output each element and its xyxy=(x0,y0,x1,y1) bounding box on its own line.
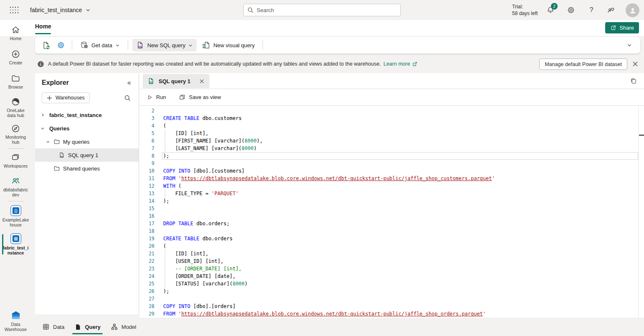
svg-text:SQL: SQL xyxy=(138,46,143,48)
tab-sql-query-1[interactable]: SQL SQL query 1 xyxy=(143,74,210,88)
sql-code-editor[interactable]: 23CREATE TABLE dbo.customers4(5 [ID] [in… xyxy=(139,106,644,318)
save-as-view-button[interactable]: Save as view xyxy=(179,94,221,101)
run-button[interactable]: Run xyxy=(147,94,166,100)
code-line-10[interactable]: 10COPY INTO [dbo].[customers] xyxy=(139,167,644,175)
chevron-down-icon xyxy=(40,126,45,130)
new-sql-query-button[interactable]: SQL New SQL query xyxy=(132,39,197,51)
code-line-24[interactable]: 24 [ORDER_DATE] [date], xyxy=(139,272,644,280)
search-input[interactable] xyxy=(257,7,397,13)
code-line-7[interactable]: 7 [LAST_NAME] [varchar](8000) xyxy=(139,145,644,152)
code-line-29[interactable]: 29FROM 'https://dbtlabsynapsedatalake.bl… xyxy=(139,310,644,318)
code-line-9[interactable]: 9 xyxy=(139,160,644,167)
code-line-4[interactable]: 4( xyxy=(139,122,644,130)
line-number: 7 xyxy=(139,145,154,152)
account-avatar[interactable] xyxy=(626,3,639,17)
feedback-button[interactable] xyxy=(606,5,615,15)
tree-item-sql-query-1[interactable]: SQL SQL query 1 xyxy=(35,148,139,162)
nav-workspace-dbtlabsfabricdev[interactable]: dbtlabsfabricdev xyxy=(0,176,31,197)
svg-text:SQL: SQL xyxy=(149,81,154,84)
line-number: 15 xyxy=(139,205,154,212)
nav-workspaces[interactable]: Workspaces xyxy=(0,153,31,168)
nav-browse[interactable]: Browse xyxy=(0,74,31,89)
code-line-28[interactable]: 28COPY INTO [dbo].[orders] xyxy=(139,303,644,310)
code-line-22[interactable]: 22 [USER_ID] [int], xyxy=(139,257,644,265)
explorer-search-icon[interactable] xyxy=(124,94,131,102)
code-line-27[interactable]: 27 xyxy=(139,295,644,303)
code-line-19[interactable]: 19CREATE TABLE dbo.orders xyxy=(139,235,644,242)
tree-item-queries[interactable]: Queries xyxy=(35,122,139,135)
nav-create[interactable]: Create xyxy=(0,49,31,65)
explorer-panel: Explorer « Warehouses fabric_test_instan… xyxy=(35,73,139,314)
collapse-ribbon-button[interactable] xyxy=(623,39,636,51)
code-line-5[interactable]: 5 [ID] [int], xyxy=(139,130,644,137)
toolbar-divider xyxy=(128,41,128,50)
rail-divider xyxy=(8,148,24,149)
nav-monitoring-hub[interactable]: Monitoring hub xyxy=(0,124,31,145)
tree-item-warehouse[interactable]: fabric_test_instance xyxy=(35,108,139,122)
line-number: 13 xyxy=(139,190,154,197)
code-line-23[interactable]: 23 -- [ORDER_DATE] [int], xyxy=(139,265,644,272)
code-line-16[interactable]: 16 xyxy=(139,212,644,220)
line-number: 22 xyxy=(139,257,154,265)
close-tab-icon[interactable] xyxy=(198,78,205,84)
workspace-switcher[interactable]: fabric_test_instance xyxy=(30,0,91,20)
code-line-14[interactable]: 14); xyxy=(139,197,644,205)
help-button[interactable]: ? xyxy=(587,5,596,15)
code-line-6[interactable]: 6 [FIRST_NAME] [varchar](8000), xyxy=(139,137,644,145)
query-editor-panel: SQL SQL query 1 Run Save as view xyxy=(139,73,644,318)
plus-icon xyxy=(47,95,52,101)
tree-item-shared-queries[interactable]: Shared queries xyxy=(35,162,139,175)
line-number: 27 xyxy=(139,295,154,303)
get-data-button[interactable]: Get data xyxy=(76,39,124,51)
code-line-13[interactable]: 13 FILE_TYPE = 'PARQUET' xyxy=(139,190,644,197)
code-line-3[interactable]: 3CREATE TABLE dbo.customers xyxy=(139,115,644,122)
code-line-20[interactable]: 20( xyxy=(139,242,644,250)
refresh-dataset-button[interactable] xyxy=(39,39,53,51)
code-line-25[interactable]: 25 [STATUS] [varchar](8000) xyxy=(139,280,644,288)
settings-button[interactable] xyxy=(566,5,576,15)
line-number: 23 xyxy=(139,265,154,272)
manage-default-dataset-button[interactable]: Manage default Power BI dataset xyxy=(539,59,627,70)
view-tab-model[interactable]: Model xyxy=(109,318,138,336)
nav-onelake-data-hub[interactable]: OneLake data hub xyxy=(0,97,31,118)
code-line-21[interactable]: 21 [ID] [int], xyxy=(139,250,644,257)
save-as-view-icon xyxy=(179,94,186,101)
add-warehouses-button[interactable]: Warehouses xyxy=(42,92,90,103)
banner-close-button[interactable] xyxy=(631,60,639,68)
collapse-explorer-icon[interactable]: « xyxy=(127,79,131,87)
warehouse-settings-button[interactable] xyxy=(54,39,68,51)
notifications-button[interactable]: 2 xyxy=(546,5,555,15)
code-line-11[interactable]: 11FROM 'https://dbtlabsynapsedatalake.bl… xyxy=(139,175,644,182)
code-line-17[interactable]: 17DROP TABLE dbo.orders; xyxy=(139,220,644,227)
app-launcher-icon[interactable] xyxy=(9,6,19,14)
chevron-right-icon xyxy=(40,113,45,117)
view-tab-query[interactable]: Query xyxy=(72,318,103,336)
active-tab-underline xyxy=(35,33,51,34)
tab-home[interactable]: Home xyxy=(35,23,51,30)
learn-more-link[interactable]: Learn more xyxy=(384,61,418,67)
code-line-12[interactable]: 12WITH ( xyxy=(139,182,644,190)
new-visual-query-button[interactable]: New visual query xyxy=(198,39,258,51)
nav-item-examplelakehouse[interactable]: ExampleLakehouse xyxy=(0,205,31,227)
line-number: 18 xyxy=(139,227,154,235)
nav-data-warehouse-context[interactable]: Data Warehouse xyxy=(0,310,31,332)
svg-text:SQL: SQL xyxy=(60,155,64,158)
share-button[interactable]: Share xyxy=(605,22,639,33)
code-line-15[interactable]: 15 xyxy=(139,205,644,212)
code-line-2[interactable]: 2 xyxy=(139,107,644,115)
sql-file-icon: SQL xyxy=(58,152,65,158)
code-line-8[interactable]: 8); xyxy=(139,152,644,160)
view-tab-data[interactable]: Data xyxy=(40,318,66,336)
tree-item-my-queries[interactable]: My queries xyxy=(35,135,139,148)
nav-item-fabric-test-instance[interactable]: fabric_test_instance xyxy=(0,233,31,255)
code-line-26[interactable]: 26); xyxy=(139,288,644,295)
line-number: 28 xyxy=(139,303,154,310)
chevron-down-icon xyxy=(86,8,91,13)
copy-button[interactable] xyxy=(629,77,638,85)
chevron-down-icon xyxy=(188,43,193,48)
global-search[interactable] xyxy=(243,4,401,16)
line-number: 10 xyxy=(139,167,154,175)
code-line-18[interactable]: 18 xyxy=(139,227,644,235)
nav-home[interactable]: Home xyxy=(0,25,31,41)
notification-badge: 2 xyxy=(551,3,558,10)
